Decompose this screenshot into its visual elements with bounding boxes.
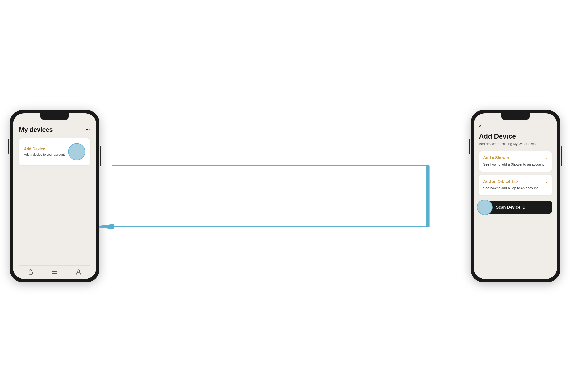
add-shower-card[interactable]: Add a Shower ∨ See how to add a Shower t… [479, 151, 552, 171]
option-2-desc: See how to add a Tap to an account [483, 186, 548, 191]
nav-icon-user[interactable] [76, 269, 81, 276]
phone-2-screen: × Add Device Add device to existing My W… [474, 113, 557, 279]
header-row: My devices +· [19, 126, 90, 134]
phone-1-content: My devices +· Add Device Add a device to… [13, 120, 96, 279]
option-2-chevron: ∨ [545, 180, 548, 183]
scan-btn-row: Scan Device ID [479, 201, 552, 214]
option-1-header: Add a Shower ∨ [483, 156, 548, 160]
page-title: My devices [19, 126, 53, 134]
option-1-chevron: ∨ [545, 156, 548, 160]
svg-rect-1 [52, 271, 57, 272]
bottom-nav [19, 265, 90, 278]
phone-1-wrapper: My devices +· Add Device Add a device to… [10, 110, 100, 282]
modal-title: Add Device [479, 133, 552, 140]
scene: My devices +· Add Device Add a device to… [10, 110, 560, 282]
add-device-label: Add Device [24, 147, 65, 151]
add-device-text: Add Device Add a device to your account [24, 147, 65, 156]
notch-2 [501, 113, 530, 120]
add-tap-card[interactable]: Add an Orbital Tap ∨ See how to add a Ta… [479, 175, 552, 195]
connector-area [100, 135, 470, 257]
add-device-subtitle: Add a device to your account [24, 153, 65, 156]
add-icon[interactable]: +· [86, 126, 90, 133]
nav-icon-droplet[interactable] [28, 269, 33, 276]
nav-icon-list[interactable] [52, 270, 57, 275]
svg-rect-0 [52, 270, 57, 270]
phone-2-frame: × Add Device Add device to existing My W… [470, 110, 560, 282]
phone-2-wrapper: × Add Device Add device to existing My W… [470, 110, 560, 282]
phone-1-frame: My devices +· Add Device Add a device to… [10, 110, 100, 282]
notch-1 [40, 113, 69, 120]
close-button[interactable]: × [479, 124, 552, 129]
option-2-header: Add an Orbital Tap ∨ [483, 179, 548, 184]
modal-subtitle: Add device to existing My Water account. [479, 142, 552, 147]
scan-circle [477, 199, 493, 215]
svg-rect-2 [52, 273, 57, 274]
option-1-desc: See how to add a Shower to an account [483, 162, 548, 167]
add-circle-button[interactable]: + [68, 143, 85, 160]
connector-svg [100, 135, 470, 257]
phone-1-screen: My devices +· Add Device Add a device to… [13, 113, 96, 279]
phone-2-content: × Add Device Add device to existing My W… [474, 120, 557, 279]
option-2-title: Add an Orbital Tap [483, 179, 518, 184]
svg-point-3 [77, 270, 80, 272]
add-device-card[interactable]: Add Device Add a device to your account … [19, 138, 90, 165]
option-1-title: Add a Shower [483, 156, 509, 160]
svg-marker-4 [100, 224, 114, 229]
